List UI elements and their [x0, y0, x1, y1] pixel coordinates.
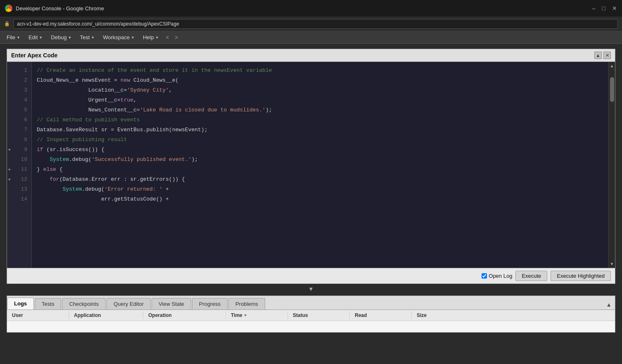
execute-button[interactable]: Execute [515, 271, 547, 281]
tabs-expand-button[interactable]: ▲ [603, 300, 615, 310]
code-line-13: System.debug('Error returned: ' + [37, 184, 603, 194]
line-1: 1 [7, 65, 31, 75]
line-11: ▶11 [7, 164, 31, 174]
tab-tests[interactable]: Tests [35, 298, 61, 310]
help-arrow: ▼ [155, 35, 159, 40]
th-size: Size [412, 312, 474, 319]
menu-file[interactable]: File ▼ [3, 33, 24, 42]
line-7: 7 [7, 125, 31, 135]
bottom-panel: Logs Tests Checkpoints Query Editor View… [7, 295, 615, 333]
menu-debug[interactable]: Debug ▼ [47, 33, 75, 42]
line-8: 8 [7, 135, 31, 144]
collapse-area: ▼ [7, 284, 615, 294]
menu-workspace[interactable]: Workspace ▼ [100, 33, 138, 42]
chrome-icon [5, 5, 12, 12]
line-5: 5 [7, 105, 31, 115]
debug-arrow: ▼ [68, 35, 72, 40]
open-log-label: Open Log [489, 273, 512, 279]
close-button[interactable]: ✕ [612, 5, 617, 12]
address-bar: 🔒 [0, 17, 622, 31]
line-2: 2 [7, 75, 31, 85]
code-line-6: // Call method to publish events [37, 115, 603, 125]
open-log-container: Open Log [482, 273, 512, 279]
panel-minimize-button[interactable]: ▲ [594, 52, 602, 59]
code-editor[interactable]: 1 2 3 4 5 6 7 8 ▶9 10 ▶11 ▶12 13 14 // C… [7, 62, 615, 268]
code-panel: Enter Apex Code ▲ ✕ 1 2 3 4 5 6 7 8 ▶9 1… [7, 49, 615, 284]
scrollbar-vertical[interactable]: ▲ ▼ [608, 62, 615, 268]
window-title: Developer Console - Google Chrome [16, 5, 592, 12]
menu-help[interactable]: Help ▼ [140, 33, 162, 42]
tab-view-state[interactable]: View State [152, 298, 191, 310]
th-operation: Operation [143, 312, 226, 319]
line-3: 3 [7, 85, 31, 95]
code-line-14: err.getStatusCode() + [37, 194, 603, 204]
code-line-1: // Create an instance of the event and s… [37, 65, 603, 75]
code-line-11: } else { [37, 164, 603, 174]
nav-back[interactable]: < [164, 33, 171, 42]
open-log-checkbox[interactable] [482, 273, 487, 279]
th-status: Status [288, 312, 350, 319]
code-panel-footer: Open Log Execute Execute Highlighted [7, 268, 615, 284]
code-content[interactable]: // Create an instance of the event and s… [32, 62, 608, 268]
th-application: Application [69, 312, 143, 319]
line-9: ▶9 [7, 144, 31, 154]
tab-problems[interactable]: Problems [228, 298, 265, 310]
code-panel-header: Enter Apex Code ▲ ✕ [7, 49, 615, 62]
minimize-button[interactable]: – [592, 5, 596, 12]
code-line-8: // Inspect publishing result [37, 135, 603, 144]
title-bar: Developer Console - Google Chrome – □ ✕ [0, 0, 622, 17]
th-user: User [7, 312, 69, 319]
menu-bar: File ▼ Edit ▼ Debug ▼ Test ▼ Workspace ▼… [0, 31, 622, 44]
main-area: Enter Apex Code ▲ ✕ 1 2 3 4 5 6 7 8 ▶9 1… [0, 44, 622, 364]
time-sort-arrow: ▼ [244, 313, 247, 317]
tab-logs[interactable]: Logs [7, 298, 34, 310]
th-read: Read [350, 312, 412, 319]
execute-highlighted-button[interactable]: Execute Highlighted [551, 271, 611, 281]
panel-controls: ▲ ✕ [594, 52, 611, 59]
menu-edit[interactable]: Edit ▼ [25, 33, 46, 42]
code-line-12: for(Database.Error err : sr.getErrors())… [37, 174, 603, 184]
collapse-arrow[interactable]: ▼ [308, 286, 314, 292]
code-line-7: Database.SaveResult sr = EventBus.publis… [37, 125, 603, 135]
code-line-2: Cloud_News__e newsEvent = new Cloud_News… [37, 75, 603, 85]
workspace-arrow: ▼ [131, 35, 135, 40]
file-arrow: ▼ [17, 35, 20, 40]
window-controls: – □ ✕ [592, 5, 617, 12]
code-line-4: Urgent__c=true, [37, 95, 603, 105]
table-header: User Application Operation Time ▼ Status… [7, 310, 615, 321]
menu-test[interactable]: Test ▼ [76, 33, 98, 42]
test-arrow: ▼ [91, 35, 95, 40]
line-14: 14 [7, 194, 31, 204]
scroll-up-arrow[interactable]: ▲ [609, 63, 615, 69]
address-input[interactable] [13, 19, 618, 29]
tab-progress[interactable]: Progress [192, 298, 228, 310]
tabs-bar: Logs Tests Checkpoints Query Editor View… [7, 296, 615, 310]
tab-checkpoints[interactable]: Checkpoints [62, 298, 106, 310]
line-10: 10 [7, 154, 31, 164]
restore-button[interactable]: □ [602, 5, 605, 12]
code-line-3: Location__c='Sydney City', [37, 85, 603, 95]
line-13: 13 [7, 184, 31, 194]
scroll-down-arrow[interactable]: ▼ [609, 261, 615, 267]
scroll-thumb[interactable] [610, 77, 614, 102]
code-line-10: System.debug('Successfully published eve… [37, 154, 603, 164]
edit-arrow: ▼ [39, 35, 43, 40]
line-12: ▶12 [7, 174, 31, 184]
line-numbers: 1 2 3 4 5 6 7 8 ▶9 10 ▶11 ▶12 13 14 [7, 62, 32, 268]
code-panel-title: Enter Apex Code [11, 52, 57, 59]
code-line-9: if (sr.isSuccess()) { [37, 144, 603, 154]
line-6: 6 [7, 115, 31, 125]
tab-query-editor[interactable]: Query Editor [107, 298, 151, 310]
lock-icon: 🔒 [4, 21, 10, 26]
panel-close-button[interactable]: ✕ [603, 52, 611, 59]
line-4: 4 [7, 95, 31, 105]
th-time[interactable]: Time ▼ [226, 312, 288, 319]
code-line-5: News_Content__c='Lake Road is closed due… [37, 105, 603, 115]
nav-forward[interactable]: > [173, 33, 180, 42]
